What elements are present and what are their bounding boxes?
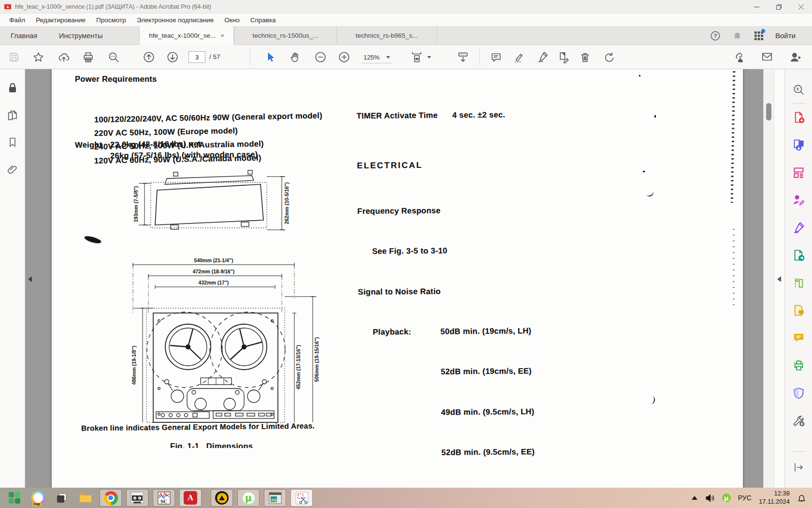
comment-tool[interactable] [789, 328, 808, 347]
collapse-right-pane-icon[interactable] [777, 276, 781, 282]
request-signatures-tool[interactable] [789, 190, 808, 209]
collapse-left-pane-icon[interactable] [28, 276, 32, 282]
menu-item[interactable]: Файл [5, 15, 29, 25]
email-button[interactable] [760, 50, 774, 64]
restore-button[interactable] [768, 0, 790, 14]
copilot-button[interactable]: PRE [29, 489, 48, 507]
export-pdf-tool[interactable] [789, 135, 808, 154]
notification-bell-icon[interactable] [797, 493, 806, 503]
vertical-scrollbar[interactable] [763, 69, 774, 488]
utorrent-tray-icon[interactable]: µ [722, 493, 731, 502]
fill-and-sign-tool[interactable] [789, 218, 808, 237]
image-viewer-button[interactable] [264, 489, 286, 507]
sign-in-button[interactable]: Войти [775, 31, 796, 40]
tab-close-icon[interactable]: × [220, 32, 224, 39]
comment-tool-button[interactable] [489, 50, 503, 64]
clock[interactable]: 12:38 17.11.2024 [759, 490, 790, 506]
doc-tab-2[interactable]: technics_rs-1500us_... [234, 26, 336, 45]
share-link-button[interactable] [731, 50, 745, 64]
page-number-input[interactable] [188, 51, 205, 63]
previous-page-button[interactable] [142, 50, 156, 64]
zoom-level-select[interactable]: 125% [362, 51, 392, 63]
chevron-down-icon[interactable] [427, 56, 431, 59]
toolbar-divider [250, 49, 250, 65]
highlight-tool-button[interactable] [512, 50, 525, 64]
attachments-paperclip-icon[interactable] [4, 161, 21, 178]
tray-expand-icon[interactable] [692, 496, 697, 500]
delete-pages-button[interactable] [578, 50, 592, 64]
volume-icon[interactable] [705, 493, 715, 503]
search-button[interactable] [107, 50, 120, 64]
send-pdf-tool[interactable] [789, 245, 808, 265]
protect-pdf-tool[interactable] [789, 383, 808, 403]
organize-pages-tool[interactable] [789, 163, 808, 182]
doc-tab-label: technics_rs-b965_s... [356, 32, 418, 39]
select-tool-button[interactable] [264, 50, 277, 64]
minimize-button[interactable] [745, 0, 768, 14]
tab-tools[interactable]: Инструменты [52, 26, 109, 45]
task-view-button[interactable] [52, 489, 72, 507]
bookmarks-icon[interactable] [4, 134, 21, 150]
star-favorite-button[interactable] [31, 50, 45, 64]
zoom-out-button[interactable] [314, 50, 327, 64]
language-indicator[interactable]: РУС [738, 494, 752, 502]
search-tools-icon[interactable] [789, 80, 808, 99]
print-button[interactable] [81, 50, 95, 64]
tab-bar: Главная Инструменты hfe_teac_x-1000r_se.… [0, 26, 812, 45]
next-page-button[interactable] [166, 50, 179, 64]
page-scrolling-button[interactable] [456, 50, 470, 64]
dim-label: 540mm (21-1/4") [194, 257, 233, 263]
crop-pages-tool[interactable] [789, 273, 808, 292]
zoom-in-button[interactable] [337, 50, 351, 64]
print-production-tool[interactable] [789, 356, 808, 375]
spec-label [359, 374, 441, 375]
add-user-button[interactable] [788, 50, 802, 64]
page-thumbnails-icon[interactable] [4, 107, 21, 123]
menu-item[interactable]: Справка [246, 15, 280, 25]
menu-item[interactable]: Редактирование [31, 15, 90, 25]
aimp-button[interactable] [211, 489, 233, 507]
apps-grid-icon[interactable] [754, 31, 764, 41]
security-lock-icon[interactable] [4, 80, 21, 96]
menu-item[interactable]: Просмотр [92, 15, 130, 25]
more-tools-button[interactable] [789, 411, 808, 430]
acrobat-button[interactable]: A [179, 489, 202, 507]
save-button[interactable] [7, 50, 21, 64]
edit-pdf-tool-button[interactable] [557, 50, 570, 64]
snipping-tool-button[interactable] [290, 489, 313, 507]
create-pdf-tool[interactable] [789, 107, 808, 127]
menu-item[interactable]: Электронное подписание [132, 15, 218, 25]
document-view[interactable]: –— ·—– — · Power Requirements 100/120/22… [25, 69, 763, 488]
panel-divider [791, 451, 806, 452]
utorrent-button[interactable]: µ [237, 489, 260, 507]
window-title: hfe_teac_x-1000r_service (1).pdf (ЗАЩИТА… [15, 3, 211, 10]
expand-panel-icon[interactable] [789, 458, 808, 477]
chrome-button[interactable] [100, 489, 122, 507]
help-icon[interactable]: ? [710, 30, 721, 41]
scrollbar-thumb[interactable] [766, 103, 771, 120]
hand-tool-button[interactable] [288, 50, 302, 64]
notifications-bell-icon[interactable] [732, 30, 742, 41]
svg-text:A: A [6, 5, 9, 9]
start-button[interactable] [5, 489, 24, 507]
document-comment-tool[interactable] [789, 300, 808, 320]
menu-item[interactable]: Окно [220, 15, 244, 25]
scan-dot [654, 115, 656, 118]
file-explorer-button[interactable] [76, 489, 95, 507]
cloud-upload-button[interactable] [57, 50, 71, 64]
close-button[interactable] [790, 0, 812, 14]
spec-label: Signal to Noise Ratio [358, 284, 441, 298]
figure-label-clipped: Fig. 1-1 Dimensions [170, 442, 296, 448]
doc-tab-3[interactable]: technics_rs-b965_s... [336, 26, 437, 45]
fit-width-button[interactable] [410, 50, 423, 64]
aimp-icon [215, 491, 229, 505]
sc-app-button[interactable]: SC [153, 489, 175, 507]
cassette-app-button[interactable] [126, 489, 148, 507]
sign-tool-button[interactable] [536, 50, 549, 64]
spec-value: 50dB min. (19cm/s, LH) [440, 324, 531, 338]
doc-tab-active[interactable]: hfe_teac_x-1000r_se... × [139, 26, 234, 45]
tab-home[interactable]: Главная [4, 26, 44, 45]
spec-value: 22.0kg (48-8/16 lbs) net [110, 139, 201, 149]
toolbar-divider [479, 49, 480, 65]
rotate-pages-button[interactable] [602, 50, 616, 64]
